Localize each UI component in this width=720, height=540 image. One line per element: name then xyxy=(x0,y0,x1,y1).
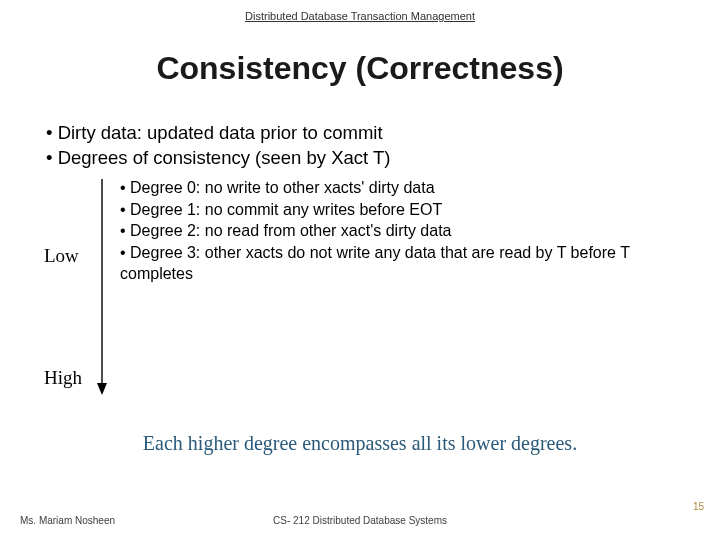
high-label: High xyxy=(44,367,82,389)
title-area: Consistency (Correctness) xyxy=(0,50,720,87)
sub-area: Degree 0: no write to other xacts' dirty… xyxy=(0,177,720,285)
main-bullet-list: Dirty data: updated data prior to commit… xyxy=(46,121,720,171)
sub-bullet: Degree 0: no write to other xacts' dirty… xyxy=(120,177,700,199)
slide-title: Consistency (Correctness) xyxy=(0,50,720,87)
footer-author: Ms. Mariam Nosheen xyxy=(20,515,115,526)
low-label: Low xyxy=(44,245,79,267)
sub-bullet: Degree 2: no read from other xact's dirt… xyxy=(120,220,700,242)
sub-bullet: Degree 3: other xacts do not write any d… xyxy=(120,242,700,285)
main-bullet: Degrees of consistency (seen by Xact T) xyxy=(46,146,720,171)
page-number: 15 xyxy=(693,501,704,512)
header-topic: Distributed Database Transaction Managem… xyxy=(0,0,720,22)
svg-marker-1 xyxy=(97,383,107,395)
sub-bullet-list: Degree 0: no write to other xacts' dirty… xyxy=(120,177,700,285)
summary-text: Each higher degree encompasses all its l… xyxy=(0,432,720,455)
sub-bullet: Degree 1: no commit any writes before EO… xyxy=(120,199,700,221)
main-bullet: Dirty data: updated data prior to commit xyxy=(46,121,720,146)
arrow-down-icon xyxy=(95,177,109,395)
footer-course: CS- 212 Distributed Database Systems xyxy=(273,515,447,526)
